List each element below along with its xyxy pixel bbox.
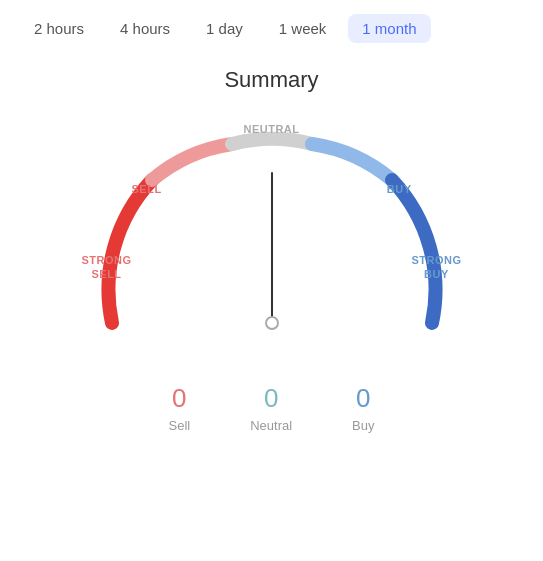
- stat-neutral: 0 Neutral: [250, 383, 292, 433]
- stat-buy-label: Buy: [352, 418, 374, 433]
- stat-neutral-label: Neutral: [250, 418, 292, 433]
- stat-sell-label: Sell: [168, 418, 190, 433]
- stats-row: 0 Sell 0 Neutral 0 Buy: [0, 383, 543, 433]
- label-sell: SELL: [132, 183, 162, 195]
- svg-point-1: [266, 317, 278, 329]
- time-btn-1-day[interactable]: 1 day: [192, 14, 257, 43]
- time-btn-2-hours[interactable]: 2 hours: [20, 14, 98, 43]
- label-strong-buy: STRONGBUY: [411, 253, 461, 282]
- summary-title: Summary: [0, 67, 543, 93]
- time-filter-bar: 2 hours4 hours1 day1 week1 month: [0, 0, 543, 57]
- time-btn-4-hours[interactable]: 4 hours: [106, 14, 184, 43]
- label-buy: BUY: [387, 183, 412, 195]
- stat-sell-value: 0: [172, 383, 186, 414]
- gauge-container: NEUTRAL SELL BUY STRONGSELL STRONGBUY: [72, 123, 472, 343]
- stat-sell: 0 Sell: [168, 383, 190, 433]
- gauge-svg: [72, 123, 472, 343]
- label-neutral: NEUTRAL: [243, 123, 299, 135]
- stat-buy-value: 0: [356, 383, 370, 414]
- stat-buy: 0 Buy: [352, 383, 374, 433]
- stat-neutral-value: 0: [264, 383, 278, 414]
- time-btn-1-month[interactable]: 1 month: [348, 14, 430, 43]
- time-btn-1-week[interactable]: 1 week: [265, 14, 341, 43]
- label-strong-sell: STRONGSELL: [82, 253, 132, 282]
